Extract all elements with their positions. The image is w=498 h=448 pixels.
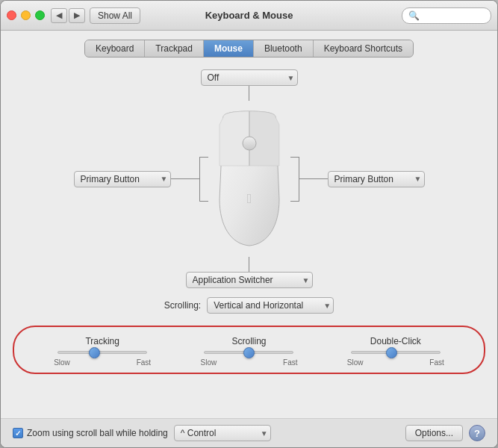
zoom-label-text: Zoom using scroll ball while holding bbox=[27, 428, 168, 438]
tab-bar: Keyboard Trackpad Mouse Bluetooth Keyboa… bbox=[13, 40, 485, 57]
content-area: Keyboard Trackpad Mouse Bluetooth Keyboa… bbox=[1, 31, 497, 418]
left-select-wrapper: Primary Button Secondary Button ▼ bbox=[74, 171, 171, 187]
bottom-control: Application Switcher Dashboard Exposé Al… bbox=[186, 257, 313, 288]
double-click-fast-label: Fast bbox=[429, 358, 443, 367]
right-select-wrapper: Primary Button Secondary Button ▼ bbox=[328, 171, 425, 187]
bottom-bar: ✓ Zoom using scroll ball while holding ^… bbox=[1, 418, 497, 447]
top-select[interactable]: Off On bbox=[201, 69, 298, 86]
zoom-select-wrapper: ^ Control ⌘ Command ⌥ Option ▼ bbox=[174, 425, 271, 441]
mouse-panel: Off On ▼ Primary Button Secondary Button bbox=[13, 69, 485, 374]
zoom-checkbox[interactable]: ✓ bbox=[13, 428, 23, 438]
double-click-slow-label: Slow bbox=[347, 358, 364, 367]
top-v-line bbox=[249, 86, 249, 101]
scrolling-row: Scrolling: Vertical and Horizontal Verti… bbox=[164, 297, 334, 314]
tracking-slow-label: Slow bbox=[54, 358, 70, 367]
double-click-slider-group: Double-Click Slow Fast bbox=[323, 336, 469, 367]
titlebar: ◀ ▶ Show All Keyboard & Mouse 🔍 bbox=[1, 1, 497, 31]
left-bracket bbox=[199, 157, 208, 202]
tracking-slider[interactable] bbox=[57, 351, 147, 354]
scrolling-slow-label: Slow bbox=[200, 358, 217, 367]
scrolling-label: Scrolling: bbox=[164, 300, 201, 311]
app-switcher-select[interactable]: Application Switcher Dashboard Exposé Al… bbox=[186, 272, 313, 288]
scrolling-slider-group: Scrolling Slow Fast bbox=[175, 336, 322, 367]
bottom-v-line bbox=[249, 257, 249, 272]
double-click-label: Double-Click bbox=[370, 336, 421, 346]
traffic-lights bbox=[7, 10, 45, 20]
scrolling-fast-label: Fast bbox=[283, 358, 297, 367]
tab-keyboard[interactable]: Keyboard bbox=[85, 40, 145, 57]
tracking-label: Tracking bbox=[85, 336, 119, 346]
zoom-modifier-select[interactable]: ^ Control ⌘ Command ⌥ Option bbox=[174, 425, 271, 441]
mouse-main-row: Primary Button Secondary Button ▼ bbox=[74, 110, 425, 248]
svg-point-1 bbox=[243, 137, 256, 150]
right-button-select[interactable]: Primary Button Secondary Button bbox=[328, 171, 425, 187]
nav-buttons: ◀ ▶ bbox=[51, 8, 85, 23]
left-button-select[interactable]: Primary Button Secondary Button bbox=[74, 171, 171, 187]
tracking-slider-group: Tracking Slow Fast bbox=[29, 336, 175, 367]
left-side-control: Primary Button Secondary Button ▼ bbox=[74, 157, 208, 202]
help-button[interactable]: ? bbox=[469, 425, 485, 441]
top-control: Off On ▼ bbox=[201, 69, 298, 101]
tab-trackpad[interactable]: Trackpad bbox=[145, 40, 204, 57]
options-button[interactable]: Options... bbox=[405, 425, 463, 441]
scrolling-select[interactable]: Vertical and Horizontal Vertical Only Ho… bbox=[207, 297, 334, 314]
right-h-line bbox=[299, 178, 328, 179]
close-button[interactable] bbox=[7, 10, 16, 20]
scrolling-slider-labels: Slow Fast bbox=[200, 358, 297, 367]
window-title: Keyboard & Mouse bbox=[205, 10, 293, 21]
tracking-fast-label: Fast bbox=[137, 358, 151, 367]
tab-container: Keyboard Trackpad Mouse Bluetooth Keyboa… bbox=[84, 40, 414, 57]
svg-text::  bbox=[246, 191, 252, 206]
scrolling-slider-label: Scrolling bbox=[231, 336, 266, 346]
tab-mouse[interactable]: Mouse bbox=[204, 40, 254, 57]
scrolling-slider[interactable] bbox=[204, 351, 293, 354]
search-input[interactable] bbox=[422, 10, 485, 21]
mouse-graphic:  bbox=[208, 110, 290, 248]
main-window: ◀ ▶ Show All Keyboard & Mouse 🔍 Keyboard… bbox=[0, 0, 498, 448]
search-icon: 🔍 bbox=[408, 10, 420, 21]
search-box: 🔍 bbox=[402, 7, 491, 24]
scrolling-select-wrapper: Vertical and Horizontal Vertical Only Ho… bbox=[207, 297, 334, 314]
zoom-checkbox-label: ✓ Zoom using scroll ball while holding bbox=[13, 428, 168, 438]
sliders-section: Tracking Slow Fast Scrolling Slow Fast bbox=[13, 326, 485, 374]
back-button[interactable]: ◀ bbox=[51, 8, 67, 23]
bottom-select-wrapper: Application Switcher Dashboard Exposé Al… bbox=[186, 272, 313, 288]
forward-button[interactable]: ▶ bbox=[69, 8, 85, 23]
maximize-button[interactable] bbox=[35, 10, 45, 20]
right-side-control: Primary Button Secondary Button ▼ bbox=[290, 157, 425, 202]
double-click-slider[interactable] bbox=[351, 351, 441, 354]
minimize-button[interactable] bbox=[21, 10, 31, 20]
left-h-line bbox=[171, 178, 199, 179]
top-select-wrapper: Off On ▼ bbox=[201, 69, 298, 86]
tab-keyboard-shortcuts[interactable]: Keyboard Shortcuts bbox=[314, 40, 413, 57]
tab-bluetooth[interactable]: Bluetooth bbox=[254, 40, 314, 57]
double-click-slider-labels: Slow Fast bbox=[347, 358, 444, 367]
show-all-button[interactable]: Show All bbox=[90, 7, 140, 24]
right-bracket bbox=[290, 157, 299, 202]
tracking-slider-labels: Slow Fast bbox=[54, 358, 151, 367]
